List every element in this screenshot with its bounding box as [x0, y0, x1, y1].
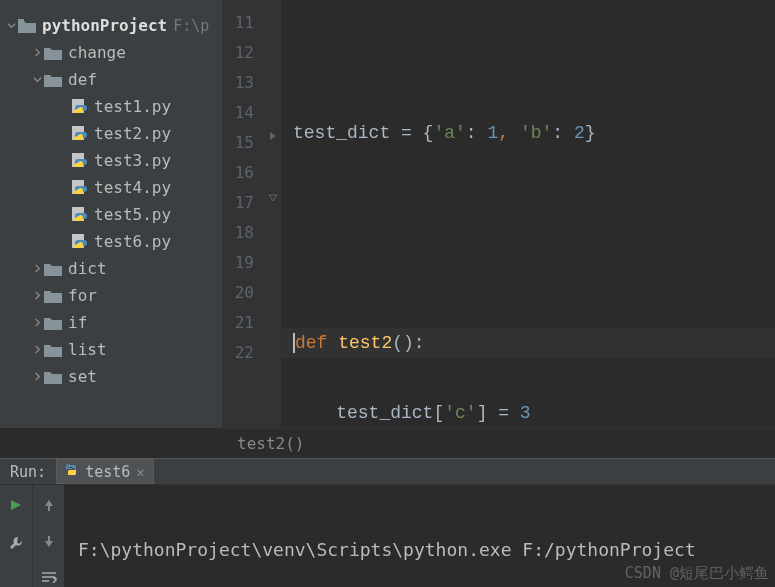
tree-label: test5.py — [94, 205, 171, 224]
line-number: 22 — [223, 338, 264, 368]
line-number: 19 — [223, 248, 264, 278]
code-text: test_dict = { — [293, 123, 433, 143]
folder-item[interactable]: def — [0, 66, 222, 93]
file-item[interactable]: test5.py — [0, 201, 222, 228]
run-tabs: Run: test6 ✕ — [0, 459, 775, 485]
folder-item[interactable]: for — [0, 282, 222, 309]
tree-label: set — [68, 367, 97, 386]
tree-label: test3.py — [94, 151, 171, 170]
rerun-icon[interactable] — [6, 495, 26, 515]
tree-label: if — [68, 313, 87, 332]
line-number: 18 — [223, 218, 264, 248]
line-number: 20 — [223, 278, 264, 308]
line-number: 21 — [223, 308, 264, 338]
folder-icon — [44, 73, 62, 87]
chevron-right-icon[interactable] — [30, 345, 44, 354]
line-number: 15 — [223, 128, 264, 158]
soft-wrap-icon[interactable] — [39, 567, 59, 587]
tree-label: def — [68, 70, 97, 89]
python-file-icon — [70, 234, 88, 250]
svg-point-6 — [69, 465, 70, 466]
line-number: 13 — [223, 68, 264, 98]
file-item[interactable]: test1.py — [0, 93, 222, 120]
project-path: F:\p — [173, 17, 209, 35]
tree-label: test6.py — [94, 232, 171, 251]
breadcrumb[interactable]: test2() — [223, 428, 775, 458]
folder-item[interactable]: if — [0, 309, 222, 336]
chevron-right-icon[interactable] — [30, 291, 44, 300]
tree-label: test2.py — [94, 124, 171, 143]
tree-label: change — [68, 43, 126, 62]
run-toolbar-nav — [32, 485, 64, 587]
svg-point-7 — [74, 473, 75, 474]
file-item[interactable]: test6.py — [0, 228, 222, 255]
folder-icon — [44, 46, 62, 60]
line-number: 17 — [223, 188, 264, 218]
wrench-icon[interactable] — [6, 533, 26, 553]
file-item[interactable]: test3.py — [0, 147, 222, 174]
line-number: 14 — [223, 98, 264, 128]
project-root[interactable]: pythonProject F:\p — [0, 12, 222, 39]
project-tree: pythonProject F:\p changedeftest1.pytest… — [0, 0, 223, 428]
python-file-icon — [70, 207, 88, 223]
tree-label: list — [68, 340, 107, 359]
folder-item[interactable]: set — [0, 363, 222, 390]
line-number: 16 — [223, 158, 264, 188]
run-label: Run: — [0, 463, 56, 481]
line-number: 11 — [223, 8, 264, 38]
run-toolbar — [0, 485, 32, 587]
python-file-icon — [70, 126, 88, 142]
python-file-icon — [70, 180, 88, 196]
chevron-right-icon[interactable] — [30, 372, 44, 381]
folder-icon — [44, 370, 62, 384]
watermark: CSDN @短尾巴小鳄鱼 — [625, 564, 769, 583]
editor: 111213141516171819202122 test_dict = {'a… — [223, 0, 775, 428]
breadcrumb-item: test2() — [237, 434, 304, 453]
folder-item[interactable]: change — [0, 39, 222, 66]
line-gutter: 111213141516171819202122 — [223, 0, 265, 428]
tree-label: test1.py — [94, 97, 171, 116]
folder-icon — [18, 19, 36, 33]
close-icon[interactable]: ✕ — [136, 464, 144, 480]
run-tab[interactable]: test6 ✕ — [56, 459, 154, 484]
tree-label: for — [68, 286, 97, 305]
fold-icon[interactable] — [267, 130, 279, 142]
folder-icon — [44, 262, 62, 276]
file-item[interactable]: test2.py — [0, 120, 222, 147]
run-tab-label: test6 — [85, 463, 130, 481]
up-icon[interactable] — [39, 495, 59, 515]
tree-label: dict — [68, 259, 107, 278]
console-line: F:\pythonProject\venv\Scripts\python.exe… — [78, 535, 761, 565]
chevron-right-icon[interactable] — [30, 318, 44, 327]
tree-label: test4.py — [94, 178, 171, 197]
chevron-right-icon[interactable] — [30, 264, 44, 273]
folder-item[interactable]: dict — [0, 255, 222, 282]
chevron-down-icon[interactable] — [4, 21, 18, 30]
python-file-icon — [70, 153, 88, 169]
fold-icon[interactable] — [267, 192, 279, 204]
fold-gutter — [265, 0, 281, 428]
folder-icon — [44, 343, 62, 357]
folder-icon — [44, 289, 62, 303]
folder-item[interactable]: list — [0, 336, 222, 363]
python-file-icon — [70, 99, 88, 115]
file-item[interactable]: test4.py — [0, 174, 222, 201]
chevron-right-icon[interactable] — [30, 48, 44, 57]
folder-icon — [44, 316, 62, 330]
project-name: pythonProject — [42, 16, 167, 35]
line-number: 12 — [223, 38, 264, 68]
down-icon[interactable] — [39, 531, 59, 551]
code-area[interactable]: test_dict = {'a': 1, 'b': 2} def test2()… — [281, 0, 775, 428]
python-icon — [65, 463, 79, 481]
chevron-down-icon[interactable] — [30, 75, 44, 84]
